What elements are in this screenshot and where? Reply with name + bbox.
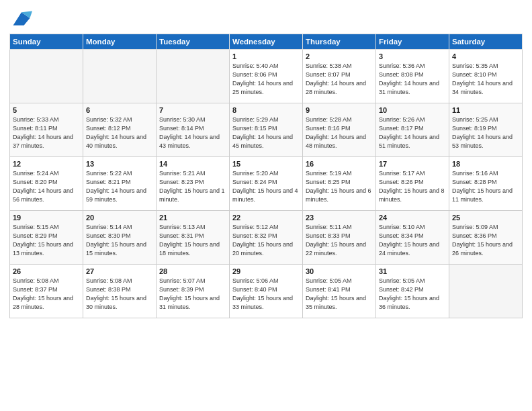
day-info: Sunrise: 5:32 AMSunset: 8:12 PMDaylight:… xyxy=(86,116,153,150)
day-info: Sunrise: 5:33 AMSunset: 8:11 PMDaylight:… xyxy=(13,116,80,150)
day-info: Sunrise: 5:21 AMSunset: 8:23 PMDaylight:… xyxy=(159,169,226,204)
day-cell: 31Sunrise: 5:05 AMSunset: 8:42 PMDayligh… xyxy=(376,265,449,318)
weekday-header-tuesday: Tuesday xyxy=(157,34,230,50)
header xyxy=(9,7,523,28)
day-cell: 29Sunrise: 5:06 AMSunset: 8:40 PMDayligh… xyxy=(230,265,303,318)
day-cell: 4Sunrise: 5:35 AMSunset: 8:10 PMDaylight… xyxy=(449,50,523,103)
day-number: 12 xyxy=(13,160,80,168)
day-cell: 10Sunrise: 5:26 AMSunset: 8:17 PMDayligh… xyxy=(376,103,449,157)
day-number: 15 xyxy=(232,160,300,168)
day-number: 14 xyxy=(159,160,226,168)
day-info: Sunrise: 5:12 AMSunset: 8:32 PMDaylight:… xyxy=(232,223,300,258)
weekday-header-row: SundayMondayTuesdayWednesdayThursdayFrid… xyxy=(10,34,523,50)
day-number: 3 xyxy=(379,52,446,60)
day-info: Sunrise: 5:20 AMSunset: 8:24 PMDaylight:… xyxy=(232,169,300,204)
week-row-5: 26Sunrise: 5:08 AMSunset: 8:37 PMDayligh… xyxy=(10,265,523,318)
day-number: 8 xyxy=(232,106,300,114)
day-cell: 20Sunrise: 5:14 AMSunset: 8:30 PMDayligh… xyxy=(83,211,157,265)
week-row-2: 5Sunrise: 5:33 AMSunset: 8:11 PMDaylight… xyxy=(10,103,523,157)
day-info: Sunrise: 5:15 AMSunset: 8:29 PMDaylight:… xyxy=(13,223,80,258)
day-cell: 27Sunrise: 5:08 AMSunset: 8:38 PMDayligh… xyxy=(83,265,157,318)
day-info: Sunrise: 5:07 AMSunset: 8:39 PMDaylight:… xyxy=(159,277,226,312)
day-info: Sunrise: 5:36 AMSunset: 8:08 PMDaylight:… xyxy=(379,62,446,97)
weekday-header-monday: Monday xyxy=(83,34,157,50)
day-info: Sunrise: 5:05 AMSunset: 8:41 PMDaylight:… xyxy=(306,277,373,312)
day-number: 4 xyxy=(452,52,519,60)
day-cell: 22Sunrise: 5:12 AMSunset: 8:32 PMDayligh… xyxy=(230,211,303,265)
day-number: 6 xyxy=(86,106,153,114)
day-info: Sunrise: 5:09 AMSunset: 8:36 PMDaylight:… xyxy=(452,223,519,258)
day-cell xyxy=(10,50,83,103)
day-number: 1 xyxy=(232,52,300,60)
weekday-header-saturday: Saturday xyxy=(449,34,523,50)
day-info: Sunrise: 5:24 AMSunset: 8:20 PMDaylight:… xyxy=(13,169,80,204)
day-info: Sunrise: 5:16 AMSunset: 8:28 PMDaylight:… xyxy=(452,169,519,204)
day-info: Sunrise: 5:05 AMSunset: 8:42 PMDaylight:… xyxy=(379,277,446,312)
day-cell: 11Sunrise: 5:25 AMSunset: 8:19 PMDayligh… xyxy=(449,103,523,157)
day-number: 28 xyxy=(159,267,226,275)
day-cell: 26Sunrise: 5:08 AMSunset: 8:37 PMDayligh… xyxy=(10,265,83,318)
day-number: 18 xyxy=(452,160,519,168)
day-info: Sunrise: 5:35 AMSunset: 8:10 PMDaylight:… xyxy=(452,62,519,97)
day-info: Sunrise: 5:40 AMSunset: 8:06 PMDaylight:… xyxy=(232,62,300,97)
day-info: Sunrise: 5:25 AMSunset: 8:19 PMDaylight:… xyxy=(452,116,519,150)
page: SundayMondayTuesdayWednesdayThursdayFrid… xyxy=(0,0,532,411)
logo xyxy=(9,9,32,28)
weekday-header-sunday: Sunday xyxy=(10,34,83,50)
day-info: Sunrise: 5:13 AMSunset: 8:31 PMDaylight:… xyxy=(159,223,226,258)
day-number: 17 xyxy=(379,160,446,168)
day-info: Sunrise: 5:11 AMSunset: 8:33 PMDaylight:… xyxy=(306,223,373,258)
week-row-1: 1Sunrise: 5:40 AMSunset: 8:06 PMDaylight… xyxy=(10,50,523,103)
day-info: Sunrise: 5:38 AMSunset: 8:07 PMDaylight:… xyxy=(306,62,373,97)
day-info: Sunrise: 5:08 AMSunset: 8:37 PMDaylight:… xyxy=(13,277,80,312)
day-info: Sunrise: 5:22 AMSunset: 8:21 PMDaylight:… xyxy=(86,169,153,204)
day-cell: 23Sunrise: 5:11 AMSunset: 8:33 PMDayligh… xyxy=(303,211,376,265)
day-cell: 14Sunrise: 5:21 AMSunset: 8:23 PMDayligh… xyxy=(157,157,230,211)
day-number: 7 xyxy=(159,106,226,114)
day-cell: 28Sunrise: 5:07 AMSunset: 8:39 PMDayligh… xyxy=(157,265,230,318)
day-number: 27 xyxy=(86,267,153,275)
day-number: 10 xyxy=(379,106,446,114)
day-info: Sunrise: 5:14 AMSunset: 8:30 PMDaylight:… xyxy=(86,223,153,258)
day-cell: 9Sunrise: 5:28 AMSunset: 8:16 PMDaylight… xyxy=(303,103,376,157)
calendar-table: SundayMondayTuesdayWednesdayThursdayFrid… xyxy=(9,34,523,318)
day-number: 22 xyxy=(232,214,300,222)
day-number: 16 xyxy=(306,160,373,168)
day-cell: 24Sunrise: 5:10 AMSunset: 8:34 PMDayligh… xyxy=(376,211,449,265)
day-number: 5 xyxy=(13,106,80,114)
day-number: 13 xyxy=(86,160,153,168)
day-info: Sunrise: 5:06 AMSunset: 8:40 PMDaylight:… xyxy=(232,277,300,312)
week-row-4: 19Sunrise: 5:15 AMSunset: 8:29 PMDayligh… xyxy=(10,211,523,265)
day-number: 19 xyxy=(13,214,80,222)
day-info: Sunrise: 5:29 AMSunset: 8:15 PMDaylight:… xyxy=(232,116,300,150)
day-cell: 18Sunrise: 5:16 AMSunset: 8:28 PMDayligh… xyxy=(449,157,523,211)
day-cell: 30Sunrise: 5:05 AMSunset: 8:41 PMDayligh… xyxy=(303,265,376,318)
day-number: 2 xyxy=(306,52,373,60)
logo-icon xyxy=(11,9,32,28)
day-cell: 19Sunrise: 5:15 AMSunset: 8:29 PMDayligh… xyxy=(10,211,83,265)
day-number: 21 xyxy=(159,214,226,222)
day-cell: 7Sunrise: 5:30 AMSunset: 8:14 PMDaylight… xyxy=(157,103,230,157)
day-cell: 17Sunrise: 5:17 AMSunset: 8:26 PMDayligh… xyxy=(376,157,449,211)
day-cell: 5Sunrise: 5:33 AMSunset: 8:11 PMDaylight… xyxy=(10,103,83,157)
day-cell: 25Sunrise: 5:09 AMSunset: 8:36 PMDayligh… xyxy=(449,211,523,265)
day-number: 9 xyxy=(306,106,373,114)
day-cell xyxy=(449,265,523,318)
day-number: 23 xyxy=(306,214,373,222)
day-info: Sunrise: 5:19 AMSunset: 8:25 PMDaylight:… xyxy=(306,169,373,204)
weekday-header-thursday: Thursday xyxy=(303,34,376,50)
day-cell: 2Sunrise: 5:38 AMSunset: 8:07 PMDaylight… xyxy=(303,50,376,103)
day-number: 20 xyxy=(86,214,153,222)
day-info: Sunrise: 5:28 AMSunset: 8:16 PMDaylight:… xyxy=(306,116,373,150)
day-info: Sunrise: 5:08 AMSunset: 8:38 PMDaylight:… xyxy=(86,277,153,312)
day-number: 24 xyxy=(379,214,446,222)
day-cell: 16Sunrise: 5:19 AMSunset: 8:25 PMDayligh… xyxy=(303,157,376,211)
day-info: Sunrise: 5:10 AMSunset: 8:34 PMDaylight:… xyxy=(379,223,446,258)
day-info: Sunrise: 5:26 AMSunset: 8:17 PMDaylight:… xyxy=(379,116,446,150)
day-cell: 3Sunrise: 5:36 AMSunset: 8:08 PMDaylight… xyxy=(376,50,449,103)
day-cell: 12Sunrise: 5:24 AMSunset: 8:20 PMDayligh… xyxy=(10,157,83,211)
day-cell: 1Sunrise: 5:40 AMSunset: 8:06 PMDaylight… xyxy=(230,50,303,103)
weekday-header-wednesday: Wednesday xyxy=(230,34,303,50)
day-cell xyxy=(83,50,157,103)
day-number: 29 xyxy=(232,267,300,275)
